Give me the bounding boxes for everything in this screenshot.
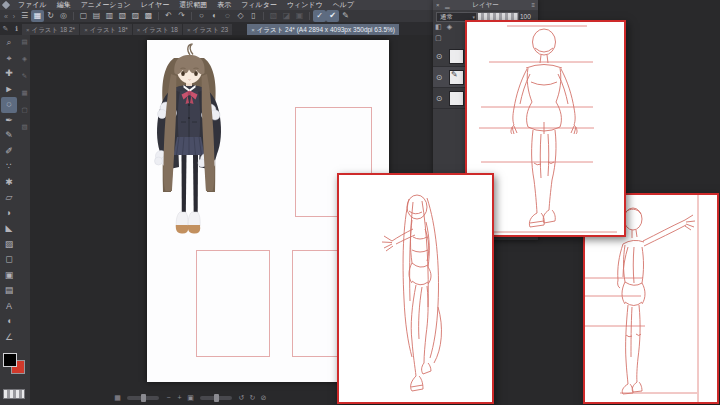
zoom-tool-icon[interactable]: ⌕: [1, 35, 17, 51]
subtool-icon-3[interactable]: ▦: [20, 89, 29, 97]
redo-icon[interactable]: ↷: [175, 10, 188, 22]
document-tab-4[interactable]: ×イラスト 24* (A4 2894 x 4093px 350dpi 63.5%…: [247, 24, 399, 35]
palette-dock-icon-1[interactable]: ◧: [435, 23, 442, 31]
dock-collapse-icon[interactable]: «: [2, 13, 10, 20]
subtool-icon-4[interactable]: ▢: [20, 106, 29, 114]
zoom-out-icon[interactable]: −: [163, 392, 174, 403]
brush-tool-icon[interactable]: ✐: [1, 144, 17, 160]
stabilize-post-icon[interactable]: ✔: [326, 10, 339, 22]
dock-expand-icon[interactable]: ›: [10, 13, 18, 20]
invert-selection-icon[interactable]: ◐: [208, 10, 221, 22]
primary-color-swatch[interactable]: [3, 353, 17, 367]
document-tab-0[interactable]: ×イラスト 18 2*: [22, 24, 79, 35]
balloon-tool-icon[interactable]: ◖: [1, 314, 17, 330]
gradient-tool-icon[interactable]: ▨: [1, 237, 17, 253]
deselect-icon[interactable]: ○: [195, 10, 208, 22]
palette-menu-icon[interactable]: ≡: [531, 0, 535, 10]
separator: [191, 12, 192, 20]
frame-tool-icon[interactable]: ▣: [1, 268, 17, 284]
pen-pressure-icon[interactable]: ✎: [0, 23, 11, 35]
snap-grid-icon[interactable]: ▣: [293, 10, 306, 22]
magnify-tool-icon[interactable]: ⌖: [1, 51, 17, 67]
layer-visible-icon[interactable]: ⊙: [433, 52, 445, 61]
layer-visible-icon[interactable]: ⊙: [433, 94, 445, 103]
subtool-icon-1[interactable]: ◈: [20, 55, 29, 63]
zoom-in-icon[interactable]: +: [174, 392, 185, 403]
pencil-tool-icon[interactable]: ✎: [1, 128, 17, 144]
print-icon[interactable]: ▩: [142, 10, 155, 22]
menu-item-0[interactable]: ファイル: [13, 0, 52, 10]
actual-size-icon[interactable]: ▣: [185, 392, 196, 403]
blend-mode-value: 通常: [440, 13, 453, 20]
rotate-left-icon[interactable]: ↺: [236, 392, 247, 403]
rotate-canvas-icon[interactable]: ↻: [44, 10, 57, 22]
new-file-icon[interactable]: ▢: [77, 10, 90, 22]
document-tab-3[interactable]: ×イラスト 23: [183, 24, 232, 35]
document-tab-1[interactable]: ×イラスト 18*: [80, 24, 132, 35]
menu-item-1[interactable]: 編集: [52, 0, 76, 10]
export-image-icon[interactable]: ▧: [116, 10, 129, 22]
tab-close-icon[interactable]: ×: [84, 27, 88, 33]
correction-tool-icon[interactable]: ∠: [1, 330, 17, 346]
decoration-tool-icon[interactable]: ✱: [1, 175, 17, 191]
slider-handle[interactable]: [141, 394, 146, 402]
menu-item-3[interactable]: レイヤー: [136, 0, 175, 10]
snap-ruler-icon[interactable]: ▧: [267, 10, 280, 22]
lasso-tool-icon[interactable]: ◌: [1, 97, 17, 113]
menu-item-8[interactable]: ヘルプ: [328, 0, 360, 10]
stabilize-edit-icon[interactable]: ✎: [339, 10, 352, 22]
document-tab-2[interactable]: ×イラスト 18: [133, 24, 182, 35]
text-tool-icon[interactable]: A: [1, 299, 17, 315]
figure-tool-icon[interactable]: ◻: [1, 252, 17, 268]
selection-border-icon[interactable]: ◌: [221, 10, 234, 22]
eraser-tool-icon[interactable]: ▱: [1, 190, 17, 206]
fit-screen-icon[interactable]: ▦: [112, 392, 123, 403]
crop-icon[interactable]: ◇: [234, 10, 247, 22]
snap-perspective-icon[interactable]: ◪: [280, 10, 293, 22]
stabilize-on-icon[interactable]: ✓: [313, 10, 326, 22]
zoom-slider[interactable]: [127, 396, 159, 400]
subtool-icon-2[interactable]: ✎: [20, 72, 29, 80]
move-tool-icon[interactable]: ✚: [1, 66, 17, 82]
blend-tool-icon[interactable]: ◗: [1, 206, 17, 222]
reference-window-three-quarter-pose[interactable]: [337, 173, 494, 404]
menu-item-6[interactable]: フィルター: [236, 0, 282, 10]
tab-close-icon[interactable]: ×: [26, 27, 30, 33]
capture-icon[interactable]: ◎: [57, 10, 70, 22]
menu-item-2[interactable]: アニメーション: [76, 0, 136, 10]
main-menu-icon[interactable]: ☰: [18, 10, 31, 22]
workspace-icon[interactable]: ▦: [31, 10, 44, 22]
separator: [73, 12, 74, 20]
subtool-icon-0[interactable]: ▤: [20, 38, 29, 46]
tab-close-icon[interactable]: ×: [137, 27, 141, 33]
export-layers-icon[interactable]: ▨: [129, 10, 142, 22]
rotate-right-icon[interactable]: ↻: [247, 392, 258, 403]
transparent-color-swatch[interactable]: [3, 389, 25, 399]
pen-tool-icon[interactable]: ✒: [1, 113, 17, 129]
fill-tool-icon[interactable]: ◣: [1, 221, 17, 237]
tab-label: イラスト 23: [193, 26, 229, 33]
clip-studio-paint-window: ファイル編集アニメーションレイヤー選択範囲表示フィルターウィンドウヘルプ « ›…: [0, 0, 720, 405]
subtool-icon-5[interactable]: ▧: [20, 123, 29, 131]
menu-item-4[interactable]: 選択範囲: [174, 0, 212, 10]
object-tool-icon[interactable]: ►: [1, 82, 17, 98]
tab-close-icon[interactable]: ×: [187, 27, 191, 33]
palette-dock-icon-2[interactable]: ◈: [447, 23, 452, 31]
navigation-bar: ▦−+▣↺↻⊘: [112, 392, 269, 403]
material-tool-icon[interactable]: ▤: [1, 283, 17, 299]
layer-visible-icon[interactable]: ⊙: [433, 73, 445, 82]
info-icon[interactable]: ℹ: [11, 23, 22, 35]
slider-handle[interactable]: [214, 394, 219, 402]
new-layer-icon[interactable]: ▢: [435, 34, 442, 42]
menu-item-7[interactable]: ウィンドウ: [282, 0, 328, 10]
reset-view-icon[interactable]: ⊘: [258, 392, 269, 403]
save-icon[interactable]: ▥: [103, 10, 116, 22]
tab-close-icon[interactable]: ×: [251, 27, 255, 33]
open-file-icon[interactable]: ▤: [90, 10, 103, 22]
color-swatches: [2, 353, 28, 403]
undo-icon[interactable]: ↶: [162, 10, 175, 22]
menu-item-5[interactable]: 表示: [212, 0, 236, 10]
clipboard-icon[interactable]: ▯: [247, 10, 260, 22]
rotate-slider[interactable]: [200, 396, 232, 400]
airbrush-tool-icon[interactable]: ∵: [1, 159, 17, 175]
